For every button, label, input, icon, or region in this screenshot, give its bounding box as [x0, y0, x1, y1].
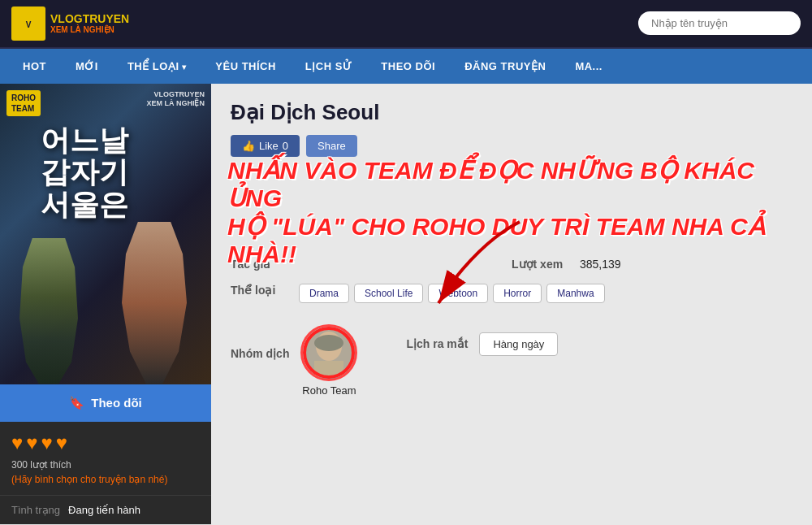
nav-moi[interactable]: MỚI [61, 49, 113, 84]
logo-main-text: VLOGTRUYEN [50, 13, 129, 25]
genre-webtoon[interactable]: Webtoon [428, 284, 488, 303]
nav-theo-doi[interactable]: THEO DÕI [366, 49, 450, 84]
genre-row: Thể loại Drama School Life Webtoon Horro… [231, 284, 793, 303]
status-value: Đang tiến hành [68, 504, 140, 516]
vote-prompt: (Hãy bình chọn cho truyện bạn nhé) [11, 474, 200, 485]
translator-avatar[interactable] [300, 324, 357, 381]
genre-drama[interactable]: Drama [299, 284, 349, 303]
views-value: 385,139 [580, 258, 621, 271]
title-section: Đại Dịch Seoul 👍 Like 0 Share [211, 84, 812, 165]
bookmark-icon: 🔖 [69, 396, 84, 410]
schedule-row: Lịch ra mắt Hàng ngày [406, 332, 558, 356]
social-buttons: 👍 Like 0 Share [231, 135, 793, 157]
svg-point-5 [314, 335, 343, 351]
logo-text-block: VLOGTRUYEN XEM LÀ NGHIỆN [50, 13, 129, 34]
genre-label: Thể loại [231, 284, 287, 297]
nav-more[interactable]: MA... [560, 49, 617, 84]
logo-icon: V [11, 7, 45, 41]
schedule-label: Lịch ra mắt [406, 337, 468, 350]
views-row: Lượt xem 385,139 [512, 258, 793, 271]
translator-group[interactable]: Roho Team [300, 324, 357, 397]
nav-hot[interactable]: HOT [8, 49, 61, 84]
hearts-row[interactable]: ♥ ♥ ♥ ♥ [11, 432, 200, 454]
left-panel: 어느날갑자기서울은 ROHOTEAM VLOGTRUYEN XEM LÀ NGH… [0, 84, 211, 525]
schedule-button[interactable]: Hàng ngày [479, 332, 558, 356]
cover-kr-title: 어느날갑자기서울은 [41, 124, 128, 221]
genre-tags: Drama School Life Webtoon Horror Manhwa [299, 284, 605, 303]
genre-manhwa[interactable]: Manhwa [546, 284, 604, 303]
search-box[interactable] [638, 11, 801, 35]
author-row: Tác giả [231, 258, 512, 271]
translator-row: Nhóm dịch Roho Team [231, 324, 357, 397]
genre-school[interactable]: School Life [354, 284, 423, 303]
translator-label: Nhóm dịch [231, 324, 289, 360]
follow-button[interactable]: 🔖 Theo dõi [0, 384, 211, 422]
nav-dang-truyen[interactable]: ĐĂNG TRUYỆN [450, 49, 560, 84]
search-input[interactable] [638, 11, 801, 35]
main-content: 어느날갑자기서울은 ROHOTEAM VLOGTRUYEN XEM LÀ NGH… [0, 84, 812, 525]
genre-horror[interactable]: Horror [493, 284, 542, 303]
details-grid: Tác giả Lượt xem 385,139 Thể loại Drama … [211, 246, 812, 324]
logo-sub-text: XEM LÀ NGHIỆN [50, 25, 129, 34]
svg-rect-6 [314, 361, 343, 377]
right-panel: Đại Dịch Seoul 👍 Like 0 Share NHẤN VÀO T… [211, 84, 812, 525]
share-button[interactable]: Share [306, 135, 357, 157]
translator-name: Roho Team [302, 384, 356, 397]
bottom-details: Nhóm dịch Roho Team [211, 324, 812, 408]
watermark: VLOGTRUYEN XEM LÀ NGHIỆN [146, 90, 205, 109]
header: V VLOGTRUYEN XEM LÀ NGHIỆN [0, 0, 812, 49]
like-count: 0 [283, 140, 288, 152]
nav-lich-su[interactable]: LỊCH SỬ [291, 49, 367, 84]
author-label: Tác giả [231, 258, 287, 271]
like-button[interactable]: 👍 Like 0 [231, 135, 300, 157]
logo[interactable]: V VLOGTRUYEN XEM LÀ NGHIỆN [11, 7, 129, 41]
views-label: Lượt xem [512, 258, 568, 271]
nav-bar: HOT MỚI THỂ LOẠI YÊU THÍCH LỊCH SỬ THEO … [0, 49, 812, 84]
manga-title: Đại Dịch Seoul [231, 100, 793, 125]
svg-point-4 [316, 332, 342, 361]
avatar-svg [304, 328, 353, 377]
status-section: Tình trạng Đang tiến hành [0, 495, 211, 524]
rating-section: ♥ ♥ ♥ ♥ 300 lượt thích (Hãy bình chọn ch… [0, 422, 211, 495]
thumbs-up-icon: 👍 [242, 140, 255, 152]
follow-label: Theo dõi [91, 396, 142, 410]
overlay-line1: NHẤN VÀO TEAM ĐỂ ĐỌC NHỮNG BỘ KHÁC ỦNG [227, 157, 796, 213]
svg-text:V: V [26, 20, 32, 29]
like-label: Like [259, 140, 279, 152]
heart-3[interactable]: ♥ [41, 432, 53, 454]
manga-cover: 어느날갑자기서울은 ROHOTEAM VLOGTRUYEN XEM LÀ NGH… [0, 84, 211, 384]
char-male [16, 238, 81, 384]
svg-rect-3 [304, 328, 353, 377]
heart-1[interactable]: ♥ [11, 432, 23, 454]
heart-4[interactable]: ♥ [56, 432, 67, 454]
status-label: Tình trạng [11, 504, 60, 516]
likes-count: 300 lượt thích [11, 459, 200, 471]
char-female [114, 222, 195, 384]
nav-yeu-thich[interactable]: YÊU THÍCH [201, 49, 291, 84]
team-badge: ROHOTEAM [6, 90, 41, 116]
heart-2[interactable]: ♥ [26, 432, 37, 454]
nav-the-loai[interactable]: THỂ LOẠI [113, 49, 201, 84]
